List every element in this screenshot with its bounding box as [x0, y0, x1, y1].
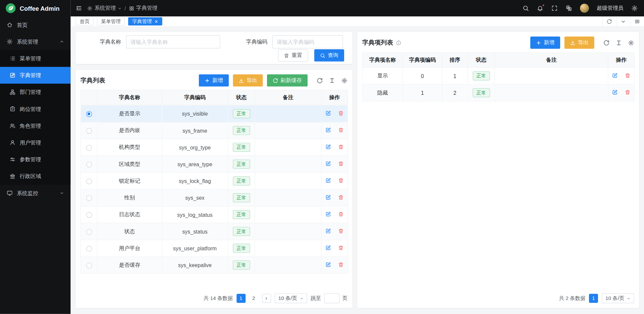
row-radio[interactable]: [86, 246, 92, 251]
refresh-icon[interactable]: [317, 77, 323, 83]
table-row[interactable]: 是否内嵌 sys_frame 正常: [81, 122, 348, 139]
edit-icon[interactable]: [325, 144, 331, 149]
sidebar-item-dict-mgmt[interactable]: 字典管理: [0, 67, 71, 84]
delete-icon[interactable]: [625, 89, 630, 95]
row-radio[interactable]: [86, 195, 92, 201]
jump-prefix: 跳至: [311, 295, 321, 302]
row-radio[interactable]: [86, 145, 92, 150]
table-row[interactable]: 是否缓存 sys_keepalive 正常: [81, 257, 348, 273]
edit-icon[interactable]: [325, 178, 331, 183]
edit-icon[interactable]: [325, 211, 331, 217]
sidebar-group-monitor[interactable]: 系统监控: [0, 185, 71, 201]
status-badge: 正常: [233, 193, 250, 202]
refresh-icon[interactable]: [602, 16, 616, 26]
edit-icon[interactable]: [325, 228, 331, 234]
breadcrumb-page[interactable]: 字典管理: [129, 4, 158, 12]
add-item-button[interactable]: 新增: [530, 37, 560, 49]
delete-icon[interactable]: [338, 127, 344, 133]
delete-icon[interactable]: [338, 211, 344, 217]
tab-menu-mgmt[interactable]: 菜单管理: [97, 17, 125, 25]
delete-icon[interactable]: [338, 110, 344, 116]
sidebar-item-user-mgmt[interactable]: 用户管理: [0, 134, 71, 151]
export-items-button[interactable]: 导出: [564, 37, 594, 49]
dict-name-input[interactable]: [126, 35, 220, 48]
table-row[interactable]: 日志状态 sys_log_status 正常: [81, 206, 348, 223]
info-icon[interactable]: [396, 40, 401, 45]
tab-home[interactable]: 首页: [75, 17, 94, 25]
query-button[interactable]: 查询: [314, 49, 344, 62]
page-button-2[interactable]: 2: [249, 294, 258, 303]
edit-icon[interactable]: [612, 89, 618, 95]
next-page-button[interactable]: [262, 294, 271, 303]
density-icon[interactable]: [329, 77, 335, 83]
sidebar-item-post-mgmt[interactable]: 岗位管理: [0, 101, 71, 117]
edit-icon[interactable]: [325, 194, 331, 200]
delete-icon[interactable]: [338, 262, 344, 267]
reset-button[interactable]: 重置: [278, 49, 308, 62]
edit-icon[interactable]: [325, 262, 331, 267]
search-icon[interactable]: [523, 5, 529, 12]
table-row[interactable]: 是否显示 sys_visible 正常: [81, 105, 348, 122]
page-size-select[interactable]: 10 条/页: [602, 294, 634, 303]
page-button-1[interactable]: 1: [589, 294, 598, 303]
export-button[interactable]: 导出: [233, 74, 263, 87]
column-settings-gear-icon[interactable]: [341, 77, 347, 83]
row-radio[interactable]: [86, 262, 92, 268]
edit-icon[interactable]: [325, 127, 331, 133]
bell-icon[interactable]: [537, 5, 543, 12]
table-row[interactable]: 状态 sys_status 正常: [81, 223, 348, 240]
dict-code-input[interactable]: [272, 35, 343, 48]
username[interactable]: 超级管理员: [597, 4, 624, 12]
sidebar-item-region[interactable]: 行政区域: [0, 168, 71, 185]
fullscreen-icon[interactable]: [551, 5, 558, 12]
table-row[interactable]: 用户平台 sys_user_platform 正常: [81, 240, 348, 257]
translate-icon[interactable]: [566, 5, 572, 12]
sidebar-item-home[interactable]: 首页: [0, 16, 71, 33]
page-size-select[interactable]: 10 条/页: [275, 294, 307, 303]
content-fullscreen-icon[interactable]: [630, 16, 644, 26]
edit-icon[interactable]: [325, 245, 331, 250]
add-button[interactable]: 新增: [199, 74, 229, 87]
jump-page-input[interactable]: [324, 294, 340, 303]
settings-gear-icon[interactable]: [631, 5, 638, 12]
sidebar-item-menu-mgmt[interactable]: 菜单管理: [0, 50, 71, 67]
table-row[interactable]: 机构类型 sys_org_type 正常: [81, 139, 348, 155]
sidebar-item-role-mgmt[interactable]: 角色管理: [0, 117, 71, 134]
delete-icon[interactable]: [338, 228, 344, 234]
delete-icon[interactable]: [338, 178, 344, 183]
delete-icon[interactable]: [625, 72, 630, 78]
row-radio[interactable]: [86, 229, 92, 235]
table-row[interactable]: 隐藏 1 2 正常: [363, 84, 635, 101]
edit-icon[interactable]: [612, 72, 618, 78]
row-radio[interactable]: [86, 212, 92, 218]
avatar[interactable]: [580, 4, 589, 13]
breadcrumb-system[interactable]: 系统管理: [87, 4, 122, 12]
delete-icon[interactable]: [338, 194, 344, 200]
grid-icon: [129, 6, 134, 11]
menu-fold-icon[interactable]: [75, 5, 82, 12]
chevron-down-icon[interactable]: [616, 16, 630, 26]
refresh-cache-button[interactable]: 刷新缓存: [267, 74, 308, 87]
sidebar-item-param-mgmt[interactable]: 参数管理: [0, 151, 71, 168]
table-row[interactable]: 锁定标记 sys_lock_flag 正常: [81, 173, 348, 189]
density-icon[interactable]: [616, 40, 622, 46]
sidebar-item-dept-mgmt[interactable]: 部门管理: [0, 84, 71, 101]
refresh-icon[interactable]: [603, 40, 609, 46]
row-radio[interactable]: [86, 111, 92, 117]
close-icon[interactable]: [154, 19, 158, 23]
tab-dict-mgmt[interactable]: 字典管理: [128, 17, 162, 25]
delete-icon[interactable]: [338, 161, 344, 166]
row-radio[interactable]: [86, 128, 92, 134]
column-settings-gear-icon[interactable]: [628, 40, 634, 46]
table-row[interactable]: 性别 sys_sex 正常: [81, 189, 348, 206]
edit-icon[interactable]: [325, 161, 331, 166]
edit-icon[interactable]: [325, 110, 331, 116]
table-row[interactable]: 显示 0 1 正常: [363, 67, 635, 84]
delete-icon[interactable]: [338, 245, 344, 250]
table-row[interactable]: 区域类型 sys_area_type 正常: [81, 156, 348, 173]
row-radio[interactable]: [86, 162, 92, 167]
sidebar-group-system[interactable]: 系统管理: [0, 33, 71, 50]
delete-icon[interactable]: [338, 144, 344, 149]
page-button-1[interactable]: 1: [236, 294, 246, 303]
row-radio[interactable]: [86, 178, 92, 184]
